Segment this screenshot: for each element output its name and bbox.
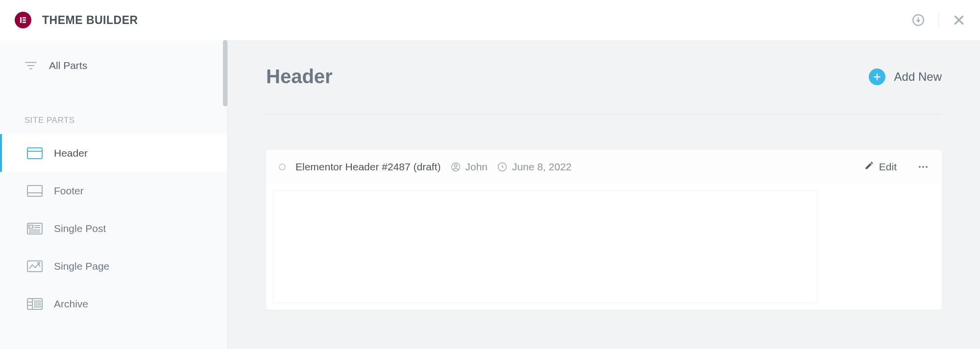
date-text: June 8, 2022	[512, 161, 571, 173]
template-preview[interactable]	[273, 190, 818, 303]
divider	[938, 12, 939, 28]
single-post-icon	[26, 222, 43, 235]
svg-point-33	[919, 166, 921, 168]
main: Header Add New Elementor Header #2487 (d…	[228, 40, 980, 349]
template-title[interactable]: Elementor Header #2487 (draft)	[295, 161, 441, 173]
close-icon[interactable]	[953, 14, 965, 26]
svg-rect-0	[20, 17, 22, 23]
svg-point-35	[926, 166, 928, 168]
sidebar-all-parts-label: All Parts	[49, 60, 87, 71]
sidebar-item-label: Header	[54, 147, 88, 159]
app-title: THEME BUILDER	[42, 14, 138, 27]
topbar: THEME BUILDER	[0, 0, 980, 40]
elementor-logo-icon	[19, 16, 27, 24]
user-icon	[451, 162, 461, 172]
svg-point-19	[38, 262, 40, 264]
svg-rect-1	[23, 17, 26, 19]
clock-icon	[497, 162, 507, 172]
single-page-icon	[26, 260, 43, 273]
archive-icon	[26, 298, 43, 310]
page-head: Header Add New	[266, 66, 942, 115]
download-icon[interactable]	[912, 14, 925, 26]
footer-icon	[26, 185, 43, 197]
sidebar-item-label: Archive	[54, 298, 88, 310]
elementor-logo	[15, 12, 31, 28]
sidebar-item-single-page[interactable]: Single Page	[0, 247, 227, 285]
sidebar-item-footer[interactable]: Footer	[0, 172, 227, 209]
header-icon	[26, 147, 43, 160]
template-card: Elementor Header #2487 (draft) John	[266, 150, 942, 310]
template-card-body	[266, 184, 942, 310]
svg-rect-13	[29, 225, 33, 228]
svg-rect-8	[27, 148, 42, 159]
sidebar-all-parts[interactable]: All Parts	[0, 40, 227, 83]
pencil-icon	[864, 161, 874, 173]
svg-point-31	[454, 164, 457, 166]
sidebar: All Parts SITE PARTS Header Footer	[0, 40, 228, 349]
add-new-button[interactable]: Add New	[869, 69, 942, 85]
template-date: June 8, 2022	[497, 161, 571, 173]
sidebar-item-label: Single Post	[54, 223, 106, 234]
scrollbar[interactable]	[223, 40, 227, 106]
add-new-label: Add New	[894, 70, 942, 84]
sidebar-item-archive[interactable]: Archive	[0, 285, 227, 323]
filter-icon	[24, 61, 37, 70]
svg-point-34	[922, 166, 924, 168]
plus-icon	[869, 69, 885, 85]
topbar-actions	[912, 12, 965, 28]
sidebar-item-label: Single Page	[54, 260, 109, 272]
sidebar-item-single-post[interactable]: Single Post	[0, 209, 227, 247]
author-name: John	[466, 161, 488, 173]
svg-rect-3	[23, 22, 26, 23]
body: All Parts SITE PARTS Header Footer	[0, 40, 980, 349]
status-indicator	[279, 163, 286, 170]
edit-label: Edit	[879, 161, 897, 173]
sidebar-item-label: Footer	[54, 185, 84, 197]
template-author: John	[451, 161, 488, 173]
svg-rect-20	[27, 299, 42, 309]
page-title: Header	[266, 66, 333, 88]
sidebar-section-label: SITE PARTS	[0, 83, 227, 134]
edit-button[interactable]: Edit	[864, 161, 897, 173]
sidebar-item-header[interactable]: Header	[0, 134, 227, 172]
svg-rect-10	[27, 186, 42, 196]
template-card-head: Elementor Header #2487 (draft) John	[266, 150, 942, 184]
svg-rect-2	[23, 20, 26, 21]
more-icon[interactable]	[917, 161, 929, 173]
